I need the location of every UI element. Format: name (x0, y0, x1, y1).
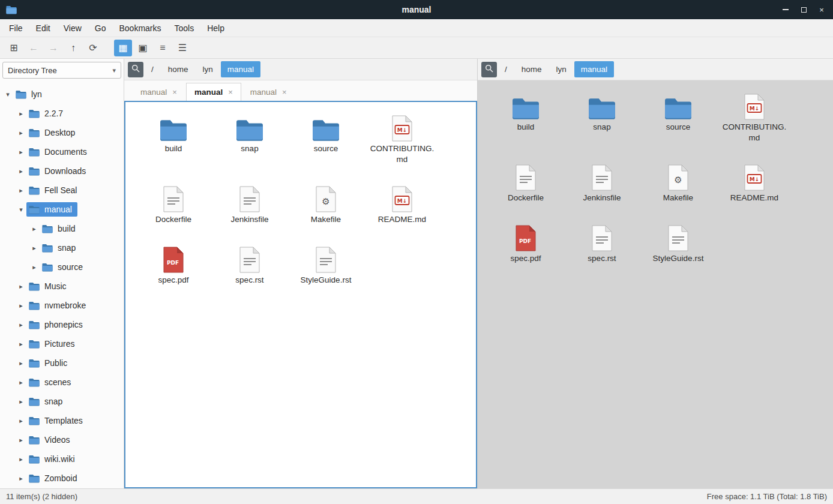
left-breadcrumb-home[interactable]: home (161, 61, 195, 77)
right-file-contributing-md[interactable]: M↓CONTRIBUTING.md (718, 89, 790, 143)
minimize-button[interactable] (777, 0, 795, 19)
expander-closed-icon[interactable]: ▸ (16, 110, 26, 118)
sidebar-mode-select[interactable]: Directory Tree ▾ (2, 62, 121, 79)
right-file-readme-md[interactable]: M↓README.md (718, 160, 790, 203)
left-file-snap[interactable]: snap (214, 110, 286, 154)
tree-item-wiki-wiki[interactable]: ▸wiki.wiki (0, 449, 124, 469)
expander-closed-icon[interactable]: ▸ (16, 379, 26, 386)
right-file-source[interactable]: source (642, 89, 714, 133)
right-file-spec-rst[interactable]: spec.rst (566, 220, 638, 264)
tab-manual-2[interactable]: manual× (186, 83, 241, 101)
tab-manual-3[interactable]: manual× (242, 83, 295, 101)
tree-item-phonepics[interactable]: ▸phonepics (0, 315, 124, 334)
tree-item-scenes[interactable]: ▸scenes (0, 373, 124, 392)
tab-close-icon[interactable]: × (282, 88, 287, 97)
tree-item-nvmebroke[interactable]: ▸nvmebroke (0, 296, 124, 315)
expander-open-icon[interactable]: ▾ (2, 91, 13, 98)
expander-closed-icon[interactable]: ▸ (16, 340, 26, 348)
detailed-list-view-button[interactable]: ☰ (173, 40, 191, 56)
expander-closed-icon[interactable]: ▸ (16, 321, 26, 329)
tree-item-public[interactable]: ▸Public (0, 353, 124, 373)
left-file-contributing-md[interactable]: M↓CONTRIBUTING.md (366, 110, 438, 164)
expander-open-icon[interactable]: ▾ (16, 206, 26, 214)
expander-closed-icon[interactable]: ▸ (16, 129, 26, 137)
tree-item-snap[interactable]: ▸snap (0, 392, 124, 411)
left-file-build[interactable]: build (137, 110, 209, 154)
tree-item-downloads[interactable]: ▸Downloads (0, 161, 124, 181)
new-tab-button[interactable]: ⊞ (5, 40, 23, 56)
left-file-source[interactable]: source (290, 110, 362, 154)
left-file-spec-pdf[interactable]: PDFspec.pdf (137, 242, 209, 286)
tree-item-documents[interactable]: ▸Documents (0, 142, 124, 161)
left-breadcrumb-root[interactable]: / (145, 61, 160, 77)
maximize-button[interactable] (795, 0, 813, 19)
right-breadcrumb-lyn[interactable]: lyn (550, 61, 573, 77)
expander-closed-icon[interactable]: ▸ (16, 436, 26, 444)
tree-item-videos[interactable]: ▸Videos (0, 430, 124, 449)
up-button[interactable]: ↑ (64, 40, 82, 56)
expander-closed-icon[interactable]: ▸ (16, 417, 26, 425)
left-file-dockerfile[interactable]: Dockerfile (137, 181, 209, 225)
expander-closed-icon[interactable]: ▸ (16, 283, 26, 290)
left-file-jenkinsfile[interactable]: Jenkinsfile (214, 181, 286, 225)
close-button[interactable]: × (813, 0, 831, 19)
right-file-build[interactable]: build (490, 89, 562, 133)
thumbnail-view-button[interactable]: ▣ (134, 40, 152, 56)
right-file-snap[interactable]: snap (566, 89, 638, 133)
menu-edit[interactable]: Edit (29, 20, 57, 36)
tree-item-fell-seal[interactable]: ▸Fell Seal (0, 181, 124, 200)
left-path-search-button[interactable] (128, 62, 143, 77)
expander-closed-icon[interactable]: ▸ (16, 167, 26, 175)
right-breadcrumb-home[interactable]: home (515, 61, 549, 77)
menu-bookmarks[interactable]: Bookmarks (112, 20, 167, 36)
tree-item-manual[interactable]: ▾manual (0, 200, 124, 219)
tree-item-snap[interactable]: ▸snap (0, 238, 124, 257)
right-path-search-button[interactable] (481, 62, 497, 77)
left-breadcrumb-lyn[interactable]: lyn (196, 61, 220, 77)
left-file-makefile[interactable]: ⚙Makefile (290, 181, 362, 225)
menu-tools[interactable]: Tools (168, 20, 201, 36)
expander-closed-icon[interactable]: ▸ (16, 455, 26, 463)
right-file-styleguide-rst[interactable]: StyleGuide.rst (642, 220, 714, 264)
right-breadcrumb-root[interactable]: / (498, 61, 514, 77)
expander-closed-icon[interactable]: ▸ (16, 475, 26, 482)
right-file-jenkinsfile[interactable]: Jenkinsfile (566, 160, 638, 203)
reload-button[interactable]: ⟳ (84, 40, 102, 56)
left-file-styleguide-rst[interactable]: StyleGuide.rst (290, 242, 362, 286)
icon-view-button[interactable]: ▦ (114, 40, 132, 56)
expander-closed-icon[interactable]: ▸ (29, 263, 40, 271)
expander-closed-icon[interactable]: ▸ (16, 359, 26, 367)
tree-item-desktop[interactable]: ▸Desktop (0, 123, 124, 142)
left-breadcrumb-manual[interactable]: manual (221, 61, 260, 77)
tab-manual-1[interactable]: manual× (133, 83, 185, 101)
tree-item-2-2-7[interactable]: ▸2.2.7 (0, 104, 124, 123)
tab-close-icon[interactable]: × (172, 88, 177, 97)
left-file-readme-md[interactable]: M↓README.md (366, 181, 438, 225)
expander-closed-icon[interactable]: ▸ (16, 187, 26, 194)
menu-file[interactable]: File (2, 20, 29, 36)
expander-closed-icon[interactable]: ▸ (16, 302, 26, 310)
tree-item-zomboid[interactable]: ▸Zomboid (0, 469, 124, 488)
tree-item-source[interactable]: ▸source (0, 257, 124, 277)
right-file-makefile[interactable]: ⚙Makefile (642, 160, 714, 203)
left-file-view[interactable]: buildsnapsourceM↓CONTRIBUTING.mdDockerfi… (124, 101, 477, 488)
right-file-spec-pdf[interactable]: PDFspec.pdf (490, 220, 562, 264)
tree-item-build[interactable]: ▸build (0, 219, 124, 238)
menu-help[interactable]: Help (200, 20, 231, 36)
right-file-view[interactable]: buildsnapsourceM↓CONTRIBUTING.mdDockerfi… (478, 80, 833, 488)
tree-item-templates[interactable]: ▸Templates (0, 411, 124, 430)
expander-closed-icon[interactable]: ▸ (29, 244, 40, 252)
expander-closed-icon[interactable]: ▸ (16, 398, 26, 406)
right-breadcrumb-manual[interactable]: manual (574, 61, 614, 77)
tree-item-pictures[interactable]: ▸Pictures (0, 334, 124, 353)
compact-view-button[interactable]: ≡ (154, 40, 172, 56)
tree-item-music[interactable]: ▸Music (0, 277, 124, 296)
tab-close-icon[interactable]: × (228, 88, 233, 97)
tree-item-lyn[interactable]: ▾lyn (0, 85, 124, 104)
left-file-spec-rst[interactable]: spec.rst (214, 242, 286, 286)
expander-closed-icon[interactable]: ▸ (16, 148, 26, 156)
menu-view[interactable]: View (57, 20, 88, 36)
right-file-dockerfile[interactable]: Dockerfile (490, 160, 562, 203)
expander-closed-icon[interactable]: ▸ (29, 225, 40, 233)
menu-go[interactable]: Go (88, 20, 113, 36)
